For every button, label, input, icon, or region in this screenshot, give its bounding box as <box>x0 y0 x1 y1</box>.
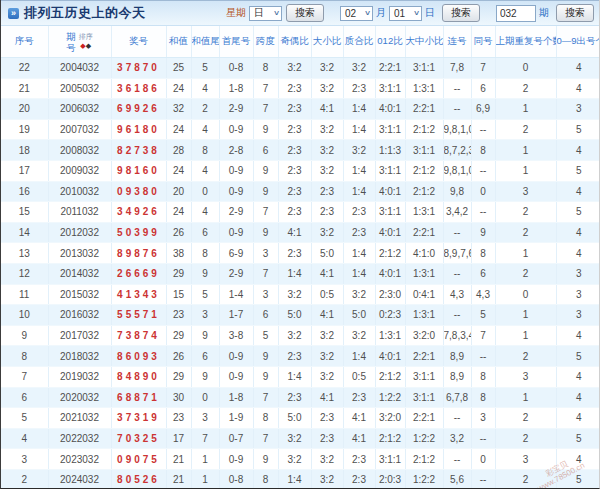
table-row: 82018032860932660-992:33:21:44:0:12:2:18… <box>1 346 600 367</box>
chevron-down-icon: ∨ <box>413 9 420 17</box>
cell: 24 <box>166 78 191 99</box>
cell: -- <box>471 346 495 367</box>
cell: 16 <box>1 181 48 202</box>
cell: 2:3 <box>278 346 311 367</box>
search-week-button[interactable]: 搜索 <box>286 4 324 22</box>
issue-search-group: 期 搜索 <box>496 4 594 22</box>
prize-number: 70325 <box>111 428 166 449</box>
cell: 1:4 <box>343 263 375 284</box>
cell: 2007032 <box>48 119 111 140</box>
cell: 3 <box>253 243 278 264</box>
table-row: 142012032503992660-994:13:22:34:0:12:2:1… <box>1 222 600 243</box>
cell: 29 <box>166 263 191 284</box>
table-row: 102016032555712331-765:04:15:00:2:31:3:1… <box>1 305 600 326</box>
table-row: 162010032093802000-992:32:31:44:0:12:1:2… <box>1 181 600 202</box>
cell: 0-9 <box>219 160 253 181</box>
cell: 6-9 <box>219 243 253 264</box>
cell: 2:1:2 <box>405 181 443 202</box>
cell: 5 <box>556 428 600 449</box>
cell: 9 <box>191 325 219 346</box>
day-select[interactable]: 01 ∨ <box>389 6 422 21</box>
cell: 3:1:1 <box>375 78 405 99</box>
cell: 2016032 <box>48 305 111 326</box>
cell: 2018032 <box>48 346 111 367</box>
cell: 21 <box>1 78 48 99</box>
col-header: 奖号 <box>111 26 166 58</box>
cell: 2020032 <box>48 387 111 408</box>
cell: 0:4:1 <box>405 284 443 305</box>
cell: 7 <box>471 325 495 346</box>
cell: 7 <box>253 99 278 120</box>
cell: 30 <box>166 387 191 408</box>
cell: 2:3 <box>278 160 311 181</box>
cell: 24 <box>166 160 191 181</box>
cell: 5 <box>556 160 600 181</box>
sort-widget[interactable]: 排序◆◆ <box>79 33 93 50</box>
cell: 0-9 <box>219 346 253 367</box>
cell: 1:3:1 <box>405 202 443 223</box>
issue-label: 期 <box>539 6 549 20</box>
cell: 0 <box>495 58 556 79</box>
issue-input[interactable] <box>496 5 536 22</box>
cell: 2:2:1 <box>375 58 405 79</box>
table-row: 152011032349262442-972:32:32:33:1:11:3:1… <box>1 202 600 223</box>
cell: 32 <box>166 99 191 120</box>
col-header[interactable]: 期号排序◆◆ <box>48 26 111 58</box>
cell: 2005032 <box>48 78 111 99</box>
cell: 9 <box>253 181 278 202</box>
cell: 2024032 <box>48 469 111 489</box>
prize-number: 98160 <box>111 160 166 181</box>
cell: 0-9 <box>219 366 253 387</box>
cell: 2008032 <box>48 140 111 161</box>
col-header-label: 期号 <box>66 31 76 53</box>
cell: 3:2:0 <box>375 408 405 429</box>
cell: 4 <box>191 78 219 99</box>
cell: 3:2 <box>311 346 343 367</box>
cell: 6 <box>471 78 495 99</box>
cell: 2:3 <box>278 119 311 140</box>
cell: 2:3 <box>343 469 375 489</box>
sort-desc-icon[interactable]: ◆ <box>86 42 91 49</box>
cell: -- <box>471 202 495 223</box>
cell: 14 <box>1 222 48 243</box>
cell: 3:2:0 <box>405 325 443 346</box>
cell: 0 <box>471 181 495 202</box>
prize-number: 37870 <box>111 58 166 79</box>
cell: 3:2 <box>311 78 343 99</box>
cell: 2 <box>191 99 219 120</box>
cell: 4 <box>556 449 600 470</box>
cell: 3 <box>191 408 219 429</box>
prize-number: 09075 <box>111 449 166 470</box>
search-issue-button[interactable]: 搜索 <box>556 4 594 22</box>
cell: 2:3 <box>278 99 311 120</box>
search-date-button[interactable]: 搜索 <box>442 4 480 22</box>
cell: 4:1:0 <box>405 243 443 264</box>
table-row: 62020032688713001-872:34:12:31:2:23:1:16… <box>1 387 600 408</box>
cell: 4:1 <box>343 408 375 429</box>
week-select[interactable]: 日 ∨ <box>249 6 282 21</box>
cell: 3:2 <box>343 325 375 346</box>
cell: 8 <box>1 346 48 367</box>
cell: 7 <box>253 387 278 408</box>
cell: 28 <box>166 140 191 161</box>
cell: 1 <box>495 387 556 408</box>
table-row: 202006032699263222-972:34:11:44:0:12:2:1… <box>1 99 600 120</box>
cell: 3:2 <box>311 222 343 243</box>
table-row: 52021032373192331-985:02:34:13:2:02:2:1-… <box>1 408 600 429</box>
cell: 6,7,8 <box>443 387 471 408</box>
cell: 2 <box>495 222 556 243</box>
cell: 7 <box>253 202 278 223</box>
cell: 7 <box>253 78 278 99</box>
cell: 3:2 <box>311 469 343 489</box>
cell: 3:1:1 <box>375 119 405 140</box>
prize-number: 26669 <box>111 263 166 284</box>
table-row: 212005032361862441-872:33:22:33:1:11:3:1… <box>1 78 600 99</box>
cell: 21 <box>166 469 191 489</box>
cell: 5 <box>556 119 600 140</box>
title-bar: » 排列五历史上的今天 星期 日 ∨ 搜索 02 ∨ 月 01 ∨ 日 搜索 期… <box>1 0 599 26</box>
cell: 1 <box>191 449 219 470</box>
day-label: 日 <box>425 6 435 20</box>
prize-number: 41343 <box>111 284 166 305</box>
month-select[interactable]: 02 ∨ <box>340 6 373 21</box>
cell: 2:1:2 <box>405 449 443 470</box>
